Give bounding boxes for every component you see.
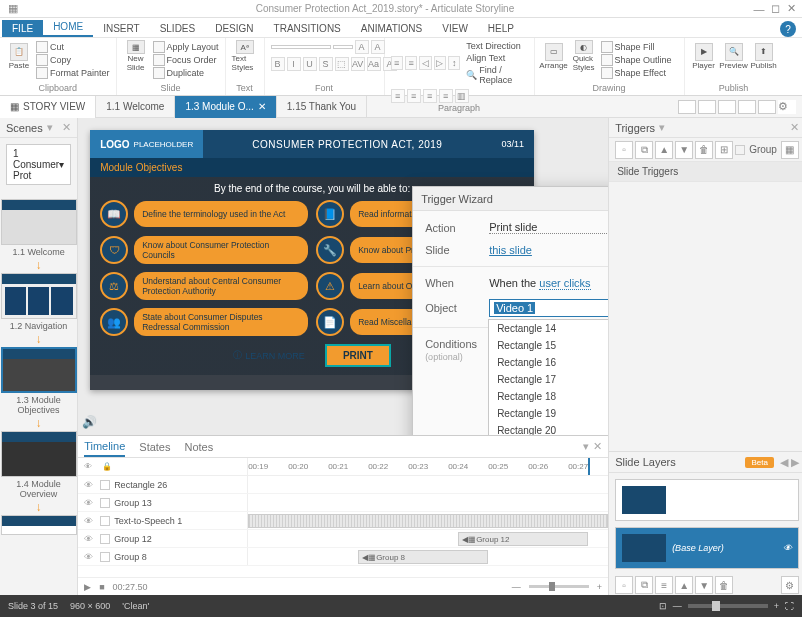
preview-button[interactable]: 🔍Preview [721, 40, 747, 72]
align-right[interactable]: ≡ [423, 89, 437, 103]
text-styles-button[interactable]: AᵃText Styles [232, 40, 258, 72]
cut-button[interactable]: Cut [36, 41, 110, 53]
group-check[interactable] [735, 145, 745, 155]
story-view-tab[interactable]: ▦ STORY VIEW [0, 96, 96, 118]
trig-vars[interactable]: ⊞ [715, 141, 733, 159]
trig-copy[interactable]: ⧉ [635, 141, 653, 159]
triggers-close[interactable]: ✕ [790, 121, 799, 134]
outdent[interactable]: ◁ [419, 56, 431, 70]
tab-timeline[interactable]: Timeline [84, 437, 125, 457]
duplicate-button[interactable]: Duplicate [153, 67, 219, 79]
dd-item[interactable]: Rectangle 15 [489, 337, 608, 354]
zoom-slider[interactable] [688, 604, 768, 608]
slide-triggers-section[interactable]: Slide Triggers [609, 162, 802, 182]
focus-order-button[interactable]: Focus Order [153, 54, 219, 66]
tl-obj[interactable]: Group 12 [114, 534, 152, 544]
layer-list[interactable]: ≡ [655, 576, 673, 594]
bar-group8[interactable]: ◀▦ Group 8 [358, 550, 488, 564]
scene-selector[interactable]: 1 Consumer Prot▾ [6, 144, 71, 185]
tab-notes[interactable]: Notes [184, 438, 213, 456]
italic-button[interactable]: I [287, 57, 301, 71]
eye-icon[interactable]: 👁 [84, 462, 96, 471]
device-tablet-l[interactable] [698, 100, 716, 114]
thumb-2[interactable] [1, 273, 77, 319]
help-icon[interactable]: ? [780, 21, 796, 37]
trig-down[interactable]: ▼ [675, 141, 693, 159]
zoom-fit[interactable]: ⊡ [659, 601, 667, 611]
timeline-close[interactable]: ✕ [593, 440, 602, 453]
zoom-full[interactable]: ⛶ [785, 601, 794, 611]
tab-help[interactable]: HELP [478, 20, 524, 37]
format-painter-button[interactable]: Format Painter [36, 67, 110, 79]
tl-obj[interactable]: Group 13 [114, 498, 152, 508]
text-direction[interactable]: Text Direction [466, 41, 527, 51]
layer-props[interactable]: ⚙ [781, 576, 799, 594]
doctab-welcome[interactable]: 1.1 Welcome [96, 96, 175, 118]
doctab-module[interactable]: 1.3 Module O... ✕ [175, 96, 276, 118]
paste-button[interactable]: 📋Paste [6, 40, 32, 72]
justify[interactable]: ≡ [439, 89, 453, 103]
tab-home[interactable]: HOME [43, 18, 93, 37]
shrink-font[interactable]: A [371, 40, 385, 54]
zoom-out[interactable]: — [673, 601, 682, 611]
shape-outline[interactable]: Shape Outline [601, 54, 672, 66]
timeline-pin[interactable]: ▾ [583, 440, 589, 453]
layer-item[interactable] [615, 479, 799, 521]
doctab-thankyou[interactable]: 1.15 Thank You [277, 96, 367, 118]
device-settings[interactable]: ⚙ [778, 100, 796, 114]
numbers[interactable]: ≡ [405, 56, 417, 70]
spacing-button[interactable]: AV [351, 57, 365, 71]
pin-icon[interactable]: ▾ [47, 121, 53, 134]
layer-up[interactable]: ▲ [675, 576, 693, 594]
indent[interactable]: ▷ [434, 56, 446, 70]
shape-effect[interactable]: Shape Effect [601, 67, 672, 79]
underline-button[interactable]: U [303, 57, 317, 71]
tab-slides[interactable]: SLIDES [150, 20, 206, 37]
grow-font[interactable]: A [355, 40, 369, 54]
align-text[interactable]: Align Text [466, 53, 527, 63]
apply-layout-button[interactable]: Apply Layout [153, 41, 219, 53]
thumb-5[interactable] [1, 515, 77, 535]
dd-item[interactable]: Rectangle 20 [489, 422, 608, 435]
tab-transitions[interactable]: TRANSITIONS [264, 20, 351, 37]
tab-states[interactable]: States [139, 438, 170, 456]
device-desktop[interactable] [678, 100, 696, 114]
play-button[interactable]: ▶ [84, 582, 91, 592]
slide-value[interactable]: this slide [489, 244, 608, 256]
lock-icon[interactable]: 🔒 [102, 462, 114, 471]
playhead[interactable] [588, 458, 590, 475]
shadow-button[interactable]: ⬚ [335, 57, 349, 71]
thumb-4[interactable] [1, 431, 77, 477]
trig-up[interactable]: ▲ [655, 141, 673, 159]
tab-insert[interactable]: INSERT [93, 20, 150, 37]
columns[interactable]: ▥ [455, 89, 469, 103]
tl-obj[interactable]: Rectangle 26 [114, 480, 167, 490]
maximize-button[interactable]: ◻ [768, 2, 782, 16]
audio-bar[interactable] [248, 514, 608, 528]
align-center[interactable]: ≡ [407, 89, 421, 103]
device-phone-l[interactable] [738, 100, 756, 114]
close-button[interactable]: ✕ [784, 2, 798, 16]
trig-new[interactable]: ▫ [615, 141, 633, 159]
tl-obj[interactable]: Text-to-Speech 1 [114, 516, 182, 526]
tab-file[interactable]: FILE [2, 20, 43, 37]
triggers-pin[interactable]: ▾ [659, 121, 665, 134]
tl-obj[interactable]: Group 8 [114, 552, 147, 562]
tab-view[interactable]: VIEW [432, 20, 478, 37]
thumb-3[interactable] [1, 347, 77, 393]
object-select[interactable]: Video 1 [489, 299, 608, 317]
timeline-ruler[interactable]: 00:1900:2000:2100:2200:2300:2400:2500:26… [248, 458, 608, 475]
device-tablet-p[interactable] [718, 100, 736, 114]
layer-down[interactable]: ▼ [695, 576, 713, 594]
layer-del[interactable]: 🗑 [715, 576, 733, 594]
font-select[interactable] [271, 45, 331, 49]
strike-button[interactable]: S [319, 57, 333, 71]
minimize-button[interactable]: — [752, 2, 766, 16]
tl-zoom-out[interactable]: — [512, 582, 521, 592]
tab-design[interactable]: DESIGN [205, 20, 263, 37]
dd-item[interactable]: Rectangle 17 [489, 371, 608, 388]
device-phone-p[interactable] [758, 100, 776, 114]
tl-zoom-thumb[interactable] [549, 582, 555, 591]
player-button[interactable]: ▶Player [691, 40, 717, 72]
dd-item[interactable]: Rectangle 16 [489, 354, 608, 371]
